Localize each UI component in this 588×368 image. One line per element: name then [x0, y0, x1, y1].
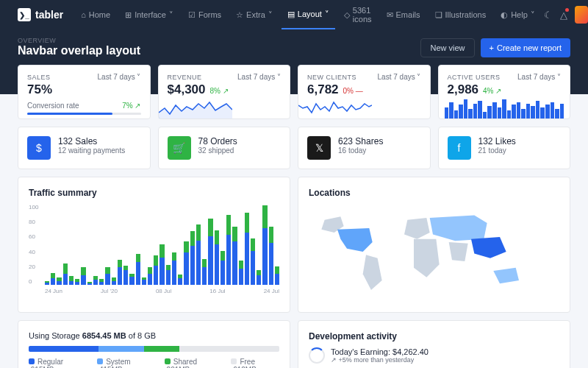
brand-name: tabler [35, 9, 63, 21]
overview-label: OVERVIEW [18, 37, 140, 44]
nav-help[interactable]: ◐ Help ˅ [495, 0, 541, 29]
traffic-chart: 100806040200 24 JunJul '2008 Jul16 Jul24… [29, 204, 279, 300]
stat-orders: 🛒78 Orders32 shipped [158, 127, 291, 169]
progress-circle-icon [309, 347, 325, 364]
nav-illustrations[interactable]: ❏ Illustrations [429, 0, 492, 29]
traffic-title: Traffic summary [29, 188, 279, 198]
users-sparkline [439, 99, 570, 118]
kpi-users: ACTIVE USERSLast 7 days ˅ 2,9864% ↗ [438, 65, 571, 119]
dev-title: Development activity [309, 331, 559, 342]
moon-icon[interactable]: ☾ [544, 10, 553, 21]
traffic-panel: Traffic summary 100806040200 24 JunJul '… [18, 177, 290, 313]
main-content: SALESLast 7 days ˅ 75% Conversion rate7%… [0, 65, 588, 368]
progress-bar [27, 113, 141, 115]
facebook-icon: f [448, 136, 471, 160]
world-map [309, 204, 538, 300]
dollar-icon: $ [27, 136, 51, 160]
clients-sparkline [298, 99, 372, 118]
nav-icons[interactable]: ◇ 5361 icons [338, 0, 378, 29]
stat-likes: f132 Likes21 today [438, 127, 571, 169]
x-icon: 𝕏 [307, 136, 331, 160]
storage-panel: Using Storage 6854.45 MB of 8 GB Regular… [18, 320, 290, 368]
nav-extra[interactable]: ☆ Extra ˅ [230, 0, 279, 29]
stat-sales: $132 Sales12 waiting payments [18, 127, 151, 169]
period-dropdown[interactable]: Last 7 days ˅ [517, 73, 561, 81]
nav-interface[interactable]: ⊞ Interface ˅ [119, 0, 179, 29]
period-dropdown[interactable]: Last 7 days ˅ [237, 73, 281, 81]
avatar [575, 6, 588, 24]
user-menu[interactable]: Paweł Kuna UI Designer [575, 0, 588, 31]
period-dropdown[interactable]: Last 7 days ˅ [378, 73, 421, 81]
locations-panel: Locations [298, 177, 570, 313]
nav-emails[interactable]: ✉ Emails [381, 0, 426, 29]
brand-logo[interactable]: ❯_ tabler [18, 8, 63, 21]
new-view-button[interactable]: New view [420, 38, 474, 57]
cart-icon: 🛒 [168, 136, 191, 160]
period-dropdown[interactable]: Last 7 days ˅ [98, 73, 141, 81]
plus-icon: + [490, 43, 494, 52]
logo-icon: ❯_ [18, 8, 31, 21]
chevron-down-icon: ˅ [268, 10, 273, 20]
create-report-button[interactable]: +Create new report [481, 38, 570, 57]
nav-forms[interactable]: ☑ Forms [182, 0, 227, 29]
storage-bar [29, 346, 279, 352]
dev-activity-panel: Development activity Today's Earning: $4… [298, 320, 570, 368]
kpi-clients: NEW CLIENTSLast 7 days ˅ 6,7820% — [298, 65, 431, 119]
kpi-revenue: REVENUELast 7 days ˅ $4,3008% ↗ [158, 65, 291, 119]
page-title: Navbar overlap layout [18, 44, 140, 57]
revenue-sparkline [159, 99, 232, 118]
chevron-down-icon: ˅ [169, 10, 173, 20]
kpi-sales: SALESLast 7 days ˅ 75% Conversion rate7%… [18, 65, 151, 119]
top-nav: ❯_ tabler ⌂ Home ⊞ Interface ˅ ☑ Forms ☆… [0, 0, 588, 29]
bell-icon[interactable]: △ [560, 10, 567, 21]
nav-home[interactable]: ⌂ Home [75, 0, 116, 29]
nav-layout[interactable]: ▤ Layout ˅ [282, 0, 335, 29]
chevron-down-icon: ˅ [325, 10, 329, 19]
locations-title: Locations [309, 188, 559, 198]
chevron-down-icon: ˅ [531, 10, 535, 20]
stat-shares: 𝕏623 Shares16 today [298, 127, 431, 169]
